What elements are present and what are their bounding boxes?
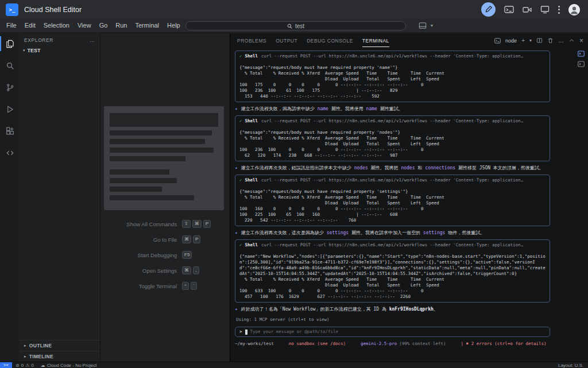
open-terminal-button[interactable] [504, 5, 514, 14]
text-segment: settings [327, 230, 349, 235]
keycap: ⌘ [192, 220, 202, 228]
tab-problems[interactable]: PROBLEMS [237, 34, 266, 47]
cloud-code-status[interactable]: ☁ Cloud Code - No Project [37, 363, 100, 368]
more-options-button[interactable] [558, 6, 560, 14]
activity-search-icon[interactable] [0, 58, 19, 73]
split-terminal-button[interactable] [536, 37, 543, 44]
pencil-icon [485, 6, 492, 13]
activity-source-control-icon[interactable] [0, 80, 19, 95]
problems-status[interactable]: ⊘ 0 ⚠ 0 [12, 363, 37, 368]
keycap: P [203, 220, 211, 228]
layout-dropdown-caret-icon[interactable]: ▾ [431, 23, 433, 28]
menu-terminal[interactable]: Terminal [131, 19, 164, 32]
text-segment: 建立工作流程失敗，因為請求中缺少 [241, 106, 318, 111]
remote-indicator[interactable]: >< [0, 362, 12, 368]
keycap: ⌘ [182, 266, 191, 274]
logo-glyph: >_ [9, 7, 16, 13]
text-segment: 終於成功了！名為「New Workflow」的新工作流程已建立，其 ID 為 [241, 307, 389, 312]
shortcut-keys: ^` [182, 282, 218, 290]
editor-area: Show All Commands ⇧⌘P Go to File ⌘P Star… [100, 33, 230, 362]
text-cursor [245, 330, 247, 335]
terminal-content[interactable]: ✓Shellcurl --request POST --url https://… [230, 48, 575, 362]
open-new-window-button[interactable] [540, 5, 550, 14]
outline-section[interactable]: ▸ OUTLINE [19, 340, 100, 351]
cloud-code-label: Cloud Code - No Project [47, 363, 97, 368]
edit-mode-button[interactable] [481, 2, 496, 17]
activity-explorer-icon[interactable] [0, 36, 19, 51]
activity-run-debug-icon[interactable] [0, 102, 19, 117]
new-terminal-button[interactable]: + [521, 37, 525, 44]
keyboard-layout-status[interactable]: Layout: U.S. [558, 363, 588, 368]
terminal-dropdown-button[interactable]: ▾ [529, 38, 532, 43]
terminal-instance-tab-icon[interactable] [578, 61, 585, 67]
tab-output[interactable]: OUTPUT [276, 34, 297, 47]
explorer-sidebar: EXPLORER … ▾ TEST ▸ OUTLINE ▸ TIMELINE [19, 33, 100, 362]
app-header: >_ Cloud Shell Editor [0, 0, 588, 19]
explorer-title: EXPLORER [24, 37, 53, 43]
keycap: ` [191, 282, 197, 290]
menu-help[interactable]: Help [163, 19, 184, 32]
explorer-more-button[interactable]: … [90, 37, 95, 43]
errors-icon: ⊘ [16, 363, 20, 368]
tab-debug-console[interactable]: DEBUG CONSOLE [307, 34, 353, 47]
text-segment: nodes [354, 165, 368, 171]
context-left: (99% context left) [399, 341, 446, 346]
tool-name: Shell [245, 118, 258, 123]
gemini-input-box[interactable]: > Type your message or @path/to/file [235, 327, 550, 337]
more-actions-button[interactable]: … [558, 37, 564, 44]
tab-terminal[interactable]: TERMINAL [362, 34, 389, 47]
text-segment: name [318, 106, 328, 111]
command-center-search[interactable]: test [185, 21, 406, 30]
maximize-panel-button[interactable] [568, 37, 575, 44]
tool-command-line: ✓Shellcurl --request POST --url https://… [239, 118, 546, 124]
text-segment: 屬性。我將在請求中加入一個空的 [349, 230, 423, 235]
menu-selection[interactable]: Selection [40, 19, 74, 32]
menu-bar: File Edit Selection View Go Run Terminal… [0, 19, 588, 33]
tree-root-label: TEST [28, 48, 41, 53]
account-avatar[interactable] [568, 4, 580, 16]
layout-toggle-icon[interactable] [419, 22, 427, 29]
text-segment: 。 [434, 307, 438, 312]
timeline-label: TIMELINE [29, 354, 53, 359]
shortcut-label: Show All Commands [113, 221, 177, 227]
shortcut-keys: ⇧⌘P [182, 220, 218, 228]
keycap: ⌘ [182, 235, 191, 243]
terminal-instance-name[interactable]: node [505, 38, 517, 44]
gemini-star-icon: ✦ [235, 230, 238, 236]
cloud-shell-logo-icon: >_ [6, 3, 18, 16]
keycap: F5 [182, 251, 192, 259]
tool-command: curl --request POST --url https://n8n.un… [261, 118, 523, 123]
shortcut-go-to-file: Go to File ⌘P [100, 235, 230, 243]
gemini-star-icon: ✦ [235, 165, 238, 171]
assistant-response: ✦ 建立工作流程失敗，因為請求中缺少 name 屬性。我將使用 name 屬性重… [235, 106, 566, 112]
close-panel-button[interactable]: × [579, 37, 583, 45]
activity-extensions-icon[interactable] [0, 123, 19, 138]
activity-cloud-code-icon[interactable] [0, 145, 19, 160]
terminal-instance-tab-icon[interactable] [578, 51, 585, 57]
editor-placeholder-image [104, 106, 224, 210]
tree-root-test[interactable]: ▾ TEST [19, 46, 100, 55]
menu-file[interactable]: File [2, 19, 21, 32]
model-name: gemini-2.5-pro [361, 341, 397, 346]
menu-run[interactable]: Run [111, 19, 131, 32]
search-icon [287, 24, 292, 29]
menu-go[interactable]: Go [95, 19, 112, 32]
tool-output: {"message":"request/body must have requi… [239, 130, 546, 158]
text-segment: 屬性。我將使用 [328, 106, 366, 111]
response-text: 終於成功了！名為「New Workflow」的新工作流程已建立，其 ID 為 k… [241, 306, 438, 312]
shortcut-label: Open Settings [113, 268, 177, 274]
gemini-star-icon: ✦ [235, 306, 238, 312]
gemini-status-line: ~/my-works/test no sandbox (see /docs) g… [235, 341, 573, 347]
terminal-panel: PROBLEMS OUTPUT DEBUG CONSOLE TERMINAL n… [230, 33, 588, 362]
menu-edit[interactable]: Edit [21, 19, 40, 32]
tool-output: {"name":"New Workflow","nodes":[{"parame… [239, 254, 546, 300]
menu-view[interactable]: View [74, 19, 95, 32]
cwd-label: ~/my-works/test [235, 341, 274, 347]
kill-terminal-button[interactable] [547, 37, 554, 44]
error-count: | ✖ 2 errors (ctrl+o for details) [461, 341, 547, 347]
shortcut-label: Start Debugging [113, 252, 177, 258]
panel-header: PROBLEMS OUTPUT DEBUG CONSOLE TERMINAL n… [230, 33, 588, 48]
web-preview-button[interactable] [523, 6, 532, 14]
timeline-section[interactable]: ▸ TIMELINE [19, 351, 100, 362]
text-segment: 建立工作流程再次失敗，這次是因為缺少 [241, 230, 327, 235]
